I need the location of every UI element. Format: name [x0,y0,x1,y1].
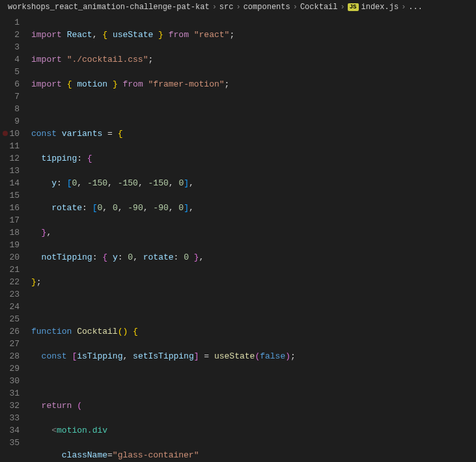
line-number[interactable]: 14 [0,177,20,189]
line-number[interactable]: 25 [0,313,20,325]
line-number[interactable]: 6 [0,78,20,90]
line-number[interactable]: 18 [0,226,20,239]
breadcrumb-item[interactable]: Cocktail [300,3,338,12]
line-number[interactable]: 33 [0,412,20,424]
chevron-right-icon: › [401,3,406,12]
chevron-right-icon: › [236,3,240,12]
line-number[interactable]: 9 [0,115,20,128]
line-number-gutter[interactable]: 1234567891011121314151617181920212223242… [0,15,31,461]
line-number[interactable]: 28 [0,350,20,362]
line-number[interactable]: 20 [0,251,20,264]
breadcrumb-item[interactable]: src [219,3,234,12]
line-number[interactable]: 15 [0,189,20,202]
code-content[interactable]: import React, { useState } from "react";… [31,15,476,461]
line-number[interactable]: 34 [0,424,20,437]
breadcrumb-tail[interactable]: ... [408,3,423,12]
line-number[interactable]: 10 [0,128,20,140]
line-number[interactable]: 35 [0,437,20,449]
line-number[interactable]: 24 [0,301,20,313]
line-number[interactable]: 17 [0,214,20,226]
line-number[interactable]: 13 [0,165,20,177]
code-editor[interactable]: 1234567891011121314151617181920212223242… [0,15,476,461]
javascript-icon: JS [348,3,359,11]
line-number[interactable]: 31 [0,387,20,400]
line-number[interactable]: 5 [0,66,20,78]
line-number[interactable]: 16 [0,202,20,214]
line-number[interactable]: 23 [0,288,20,301]
breadcrumb-item[interactable]: workshops_react_animation-challenge-pat-… [8,3,210,12]
line-number[interactable]: 12 [0,152,20,165]
line-number[interactable]: 30 [0,375,20,387]
line-number[interactable]: 8 [0,103,20,115]
chevron-right-icon: › [293,3,298,12]
line-number[interactable]: 7 [0,90,20,103]
line-number[interactable]: 22 [0,276,20,288]
line-number[interactable]: 3 [0,41,20,53]
line-number[interactable]: 27 [0,338,20,350]
breadcrumb-item[interactable]: components [244,3,290,12]
line-number[interactable]: 21 [0,264,20,276]
line-number[interactable]: 4 [0,53,20,66]
line-number[interactable]: 32 [0,400,20,412]
chevron-right-icon: › [212,3,217,12]
line-number[interactable]: 2 [0,29,20,41]
breadcrumb[interactable]: workshops_react_animation-challenge-pat-… [0,0,476,15]
breadcrumb-file[interactable]: index.js [361,3,399,12]
line-number[interactable]: 29 [0,362,20,375]
line-number[interactable]: 11 [0,140,20,152]
line-number[interactable]: 19 [0,239,20,251]
chevron-right-icon: › [341,3,345,12]
line-number[interactable]: 1 [0,16,20,29]
line-number[interactable]: 26 [0,325,20,338]
